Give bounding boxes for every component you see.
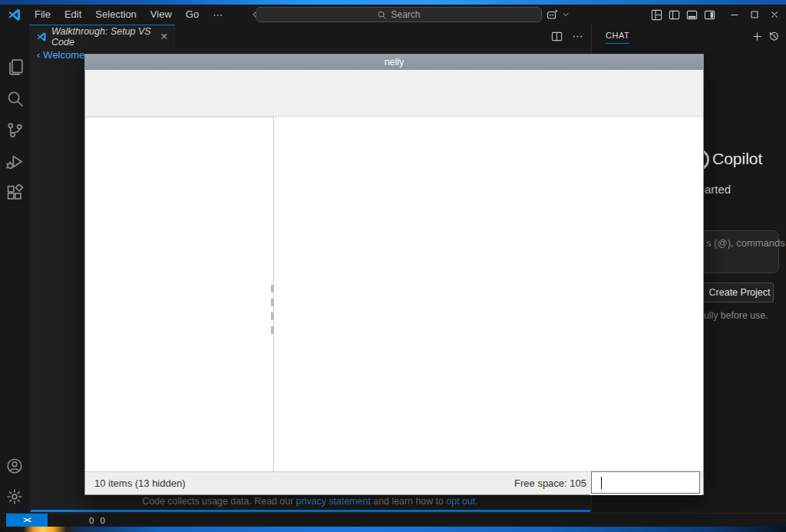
- copilot-subtitle-fragment: arted: [705, 183, 731, 196]
- notification-text: and learn how to: [371, 496, 447, 507]
- create-project-button[interactable]: Create Project: [702, 283, 774, 302]
- split-editor-icon[interactable]: [551, 31, 563, 42]
- search-icon: [377, 10, 387, 20]
- activitybar-search-icon[interactable]: [5, 89, 24, 107]
- toggle-sidebar-right-icon[interactable]: [704, 9, 715, 21]
- vscode-logo-icon: [7, 8, 21, 22]
- fm-window-title: nelly: [385, 57, 405, 68]
- menu-view[interactable]: View: [144, 8, 179, 20]
- menu-go[interactable]: Go: [179, 8, 206, 20]
- fm-toolbar: [85, 91, 703, 117]
- activity-bar: [0, 25, 29, 513]
- chat-input-placeholder: s (@), commands: [706, 237, 785, 249]
- tab-close-icon[interactable]: ✕: [160, 31, 168, 42]
- ai-disclaimer-fragment: ully before use.: [704, 310, 768, 321]
- menu-file[interactable]: File: [28, 8, 58, 20]
- window-minimize-icon[interactable]: [725, 5, 745, 25]
- problems-indicator[interactable]: 0 0: [86, 514, 105, 527]
- error-count: 0: [89, 516, 94, 525]
- chevron-left-icon: ‹: [37, 49, 40, 61]
- fm-side-pane: [85, 117, 274, 472]
- chat-header-actions: [751, 25, 780, 48]
- pane-splitter[interactable]: [271, 285, 273, 339]
- vscode-statusbar: >< 0 0: [0, 513, 786, 527]
- command-center-search[interactable]: Search: [256, 7, 542, 22]
- remote-indicator[interactable]: ><: [6, 514, 48, 527]
- activitybar-explorer-icon[interactable]: [5, 58, 24, 76]
- tab-vscode-icon: [36, 31, 47, 42]
- more-menus-button[interactable]: ⋯: [206, 9, 230, 21]
- file-manager-window: nelly 10 items (13 hidden) Free space: 1…: [84, 54, 704, 495]
- notification-text: .: [475, 496, 477, 507]
- toggle-sidebar-left-icon[interactable]: [669, 9, 680, 21]
- copilot-title: Copilot: [712, 150, 762, 168]
- search-placeholder: Search: [391, 9, 420, 20]
- divider: [85, 117, 273, 117]
- history-icon[interactable]: [768, 31, 780, 42]
- fm-menubar: [85, 70, 703, 91]
- menu-selection[interactable]: Selection: [88, 8, 143, 20]
- desktop-wallpaper-bottom: [0, 527, 786, 532]
- titlebar-menus: FileEditSelectionViewGo: [28, 7, 206, 22]
- activitybar-run-debug-icon[interactable]: [5, 152, 24, 170]
- telemetry-notification: Code collects usage data. Read our priva…: [29, 496, 591, 507]
- text-caret: [601, 477, 602, 489]
- more-icon[interactable]: [572, 31, 583, 42]
- back-link-label: Welcome: [43, 49, 84, 61]
- window-maximize-icon[interactable]: [745, 5, 765, 25]
- activitybar-settings-gear-icon[interactable]: [5, 487, 24, 506]
- fm-item-count: 10 items (13 hidden): [94, 472, 186, 494]
- privacy-statement-link[interactable]: privacy statement: [296, 496, 371, 507]
- fm-icon-view: [274, 117, 703, 472]
- tab-walkthrough[interactable]: Walkthrough: Setup VS Code ✕: [29, 25, 175, 48]
- editor-actions: [551, 25, 583, 48]
- fm-search-popup-input[interactable]: [591, 471, 700, 494]
- walkthrough-back-link[interactable]: ‹ Welcome: [37, 49, 84, 61]
- window-close-icon[interactable]: [765, 5, 784, 25]
- tab-bar: Walkthrough: Setup VS Code ✕: [29, 25, 591, 48]
- opt-out-link[interactable]: opt out: [446, 496, 475, 507]
- fm-free-space: Free space: 105: [514, 472, 586, 494]
- menu-edit[interactable]: Edit: [58, 8, 88, 20]
- activitybar-extensions-icon[interactable]: [5, 183, 24, 202]
- accent-progress-line: [31, 510, 590, 512]
- fm-titlebar[interactable]: nelly: [85, 55, 703, 70]
- activitybar-source-control-icon[interactable]: [5, 121, 24, 139]
- copilot-menu-button[interactable]: [547, 7, 570, 22]
- window-controls: [725, 5, 784, 25]
- customize-layout-icon[interactable]: [651, 9, 662, 21]
- activitybar-account-icon[interactable]: [5, 457, 24, 475]
- warning-count: 0: [100, 516, 104, 525]
- tab-label: Walkthrough: Setup VS Code: [51, 26, 156, 48]
- tab-chat[interactable]: CHAT: [606, 31, 629, 44]
- vscode-titlebar: FileEditSelectionViewGo ⋯ Search: [0, 5, 786, 25]
- create-project-label: Create Project: [709, 287, 771, 298]
- toggle-panel-icon[interactable]: [686, 9, 698, 21]
- layout-controls: [651, 5, 715, 25]
- new-chat-icon[interactable]: [751, 31, 763, 42]
- notification-text: Code collects usage data. Read our: [142, 496, 296, 507]
